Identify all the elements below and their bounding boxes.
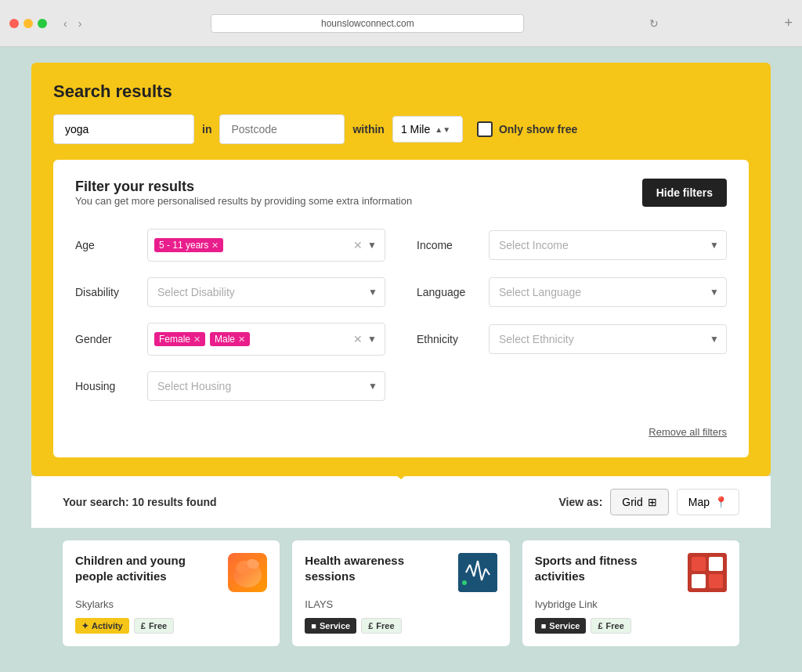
forward-button[interactable]: › [74,16,86,31]
svg-rect-13 [709,557,723,571]
age-label: Age [75,239,138,251]
map-view-button[interactable]: Map 📍 [677,489,739,515]
age-tag-remove[interactable]: ✕ [211,240,219,251]
card-title-0: Children and young people activities [75,553,228,583]
free-icon-0: £ [141,621,146,630]
gender-tag-female-text: Female [159,334,190,345]
card-org-0: Skylarks [75,598,267,610]
window-controls [9,19,47,28]
page-content: Search results in within 1 Mile ▲▼ Only … [0,47,802,672]
distance-arrows[interactable]: ▲▼ [435,125,450,134]
age-arrow-icon: ▼ [367,240,377,251]
ethnicity-label: Ethnicity [417,333,479,345]
result-card-2[interactable]: Sports and fitness activities Ivybridge … [522,540,739,646]
grid-label: Grid [622,496,642,508]
map-label: Map [688,496,710,508]
view-as: View as: Grid ⊞ Map 📍 [559,489,739,515]
card-tags-0: ✦ Activity £ Free [75,618,267,634]
filter-grid: Age 5 - 11 years ✕ ✕ ▼ I [75,229,727,401]
gender-male-remove[interactable]: ✕ [238,334,245,345]
filter-header: Filter your results You can get more per… [75,179,727,222]
age-control: 5 - 11 years ✕ ✕ ▼ [147,229,385,262]
filter-title: Filter your results [75,179,412,195]
distance-select[interactable]: 1 Mile ▲▼ [392,116,463,143]
search-input[interactable] [53,114,194,144]
language-control: Select Language ▼ [489,277,727,307]
distance-value: 1 Mile [401,123,430,135]
svg-rect-15 [709,574,723,588]
hide-filters-button[interactable]: Hide filters [642,179,727,207]
card-logo-2 [688,553,727,592]
ethnicity-select[interactable]: Select Ethnicity [489,324,727,354]
activity-icon-0: ✦ [81,621,89,631]
disability-filter: Disability Select Disability ▼ [75,277,385,307]
card-type-tag-1: ■ Service [305,618,356,634]
results-cards: Children and young people activities [31,528,771,659]
gender-tag-male: Male ✕ [210,332,250,346]
gender-female-remove[interactable]: ✕ [193,334,200,345]
service-icon-2: ■ [541,621,547,630]
card-type-tag-2: ■ Service [535,618,587,634]
within-label: within [352,123,384,135]
ethnicity-control: Select Ethnicity ▼ [489,324,727,354]
back-button[interactable]: ‹ [60,16,71,31]
gender-filter: Gender Female ✕ Male ✕ ✕ [75,323,385,356]
map-icon: 📍 [714,496,728,508]
card-logo-1 [458,553,497,592]
gender-tag-male-text: Male [215,334,235,345]
browser-chrome: ‹ › hounslowconnect.com ↻ + [0,0,802,47]
free-icon-2: £ [598,621,602,630]
housing-select[interactable]: Select Housing [147,371,385,401]
free-label: Only show free [499,123,577,135]
disability-select[interactable]: Select Disability [147,277,385,307]
income-select[interactable]: Select Income [489,230,727,260]
card-title-2: Sports and fitness activities [535,553,688,583]
results-bar: Your search: 10 results found View as: G… [31,476,771,528]
card-logo-0 [228,553,267,592]
in-label: in [202,123,211,135]
nav-buttons: ‹ › [60,16,85,31]
free-checkbox-wrapper[interactable]: Only show free [477,121,577,137]
age-clear-icon[interactable]: ✕ [353,239,363,251]
close-button[interactable] [9,19,19,28]
card-tags-2: ■ Service £ Free [535,618,727,634]
svg-rect-14 [692,574,706,588]
minimize-button[interactable] [23,19,33,28]
page-title: Search results [53,81,749,102]
remove-all-wrapper: Remove all filters [75,417,727,439]
remove-all-button[interactable]: Remove all filters [648,426,727,438]
gender-control: Female ✕ Male ✕ ✕ ▼ [147,323,385,356]
postcode-input[interactable] [219,114,345,144]
filter-panel: Filter your results You can get more per… [53,160,749,457]
age-tag-input[interactable]: 5 - 11 years ✕ ✕ ▼ [147,229,385,262]
age-tag-text: 5 - 11 years [159,240,208,251]
disability-label: Disability [75,286,138,298]
new-tab-button[interactable]: + [784,15,793,31]
address-bar[interactable]: hounslowconnect.com [211,14,524,33]
language-label: Language [417,286,479,298]
card-free-tag-2: £ Free [591,618,630,634]
gender-clear-icon[interactable]: ✕ [353,333,363,345]
result-card-1[interactable]: Health awareness sessions [292,540,509,646]
result-card-0[interactable]: Children and young people activities [63,540,280,646]
card-free-tag-0: £ Free [134,618,174,634]
results-count: Your search: 10 results found [63,496,217,508]
housing-filter: Housing Select Housing ▼ [75,371,385,401]
maximize-button[interactable] [38,19,47,28]
disability-control: Select Disability ▼ [147,277,385,307]
results-summary: Your search: 10 results found [63,496,217,508]
card-header-2: Sports and fitness activities [535,553,727,592]
grid-icon: ⊞ [648,496,657,508]
language-filter: Language Select Language ▼ [417,277,727,307]
svg-rect-3 [458,553,497,592]
refresh-button[interactable]: ↻ [649,17,659,30]
free-checkbox[interactable] [477,121,493,137]
card-title-1: Health awareness sessions [305,553,457,583]
language-select[interactable]: Select Language [489,277,727,307]
free-icon-1: £ [368,621,373,630]
grid-view-button[interactable]: Grid ⊞ [610,489,668,515]
gender-tag-female: Female ✕ [154,332,205,346]
housing-label: Housing [75,380,138,392]
gender-tag-input[interactable]: Female ✕ Male ✕ ✕ ▼ [147,323,385,356]
housing-control: Select Housing ▼ [147,371,385,401]
